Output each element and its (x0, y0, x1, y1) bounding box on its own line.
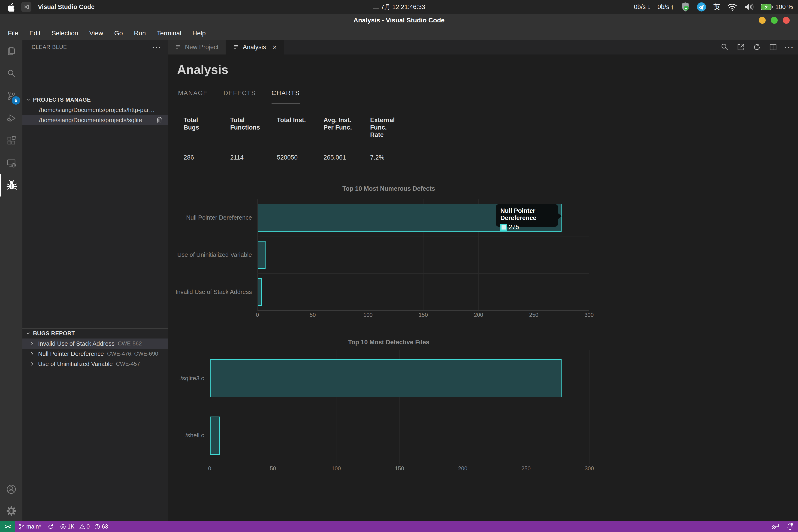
input-method-indicator[interactable]: 英 (713, 2, 720, 12)
tooltip-title: Null Pointer Dereference (500, 207, 553, 222)
gridline (210, 350, 589, 350)
run-debug-icon[interactable] (0, 107, 22, 129)
remote-explorer-icon[interactable] (0, 152, 22, 174)
bar-invalid-use-of-stack-address[interactable] (258, 278, 262, 306)
document-list-icon (233, 44, 239, 50)
sync-button[interactable] (44, 521, 57, 532)
branch-icon (18, 524, 24, 530)
x-tick-label: 100 (363, 312, 373, 318)
project-row[interactable]: /home/siang/Documents/projects/sqlite (22, 115, 168, 125)
menu-view[interactable]: View (84, 28, 109, 38)
remote-indicator[interactable]: >< (0, 521, 15, 532)
bug-cwe: CWE-457 (116, 361, 140, 367)
category-label: ./sqlite3.c (173, 375, 210, 382)
x-tick-label: 200 (458, 465, 467, 472)
editor-tab-new-project[interactable]: New Project (168, 40, 226, 55)
bar--sqlite3-c[interactable] (210, 359, 562, 397)
menu-selection[interactable]: Selection (46, 28, 83, 38)
bug-cwe: CWE-562 (118, 340, 142, 347)
chevron-right-icon (30, 362, 34, 366)
notifications-bell-icon[interactable] (786, 523, 794, 531)
search-icon[interactable] (0, 62, 22, 84)
stat-label: Avg. Inst. Per Func. (323, 117, 359, 151)
tab-charts[interactable]: CHARTS (271, 90, 300, 103)
chart-plot (210, 350, 589, 464)
menu-file[interactable]: File (2, 28, 24, 38)
settings-gear-icon[interactable] (0, 500, 22, 522)
editor-tab-analysis[interactable]: Analysis× (226, 40, 284, 55)
problems-indicator[interactable]: 1K 0 63 (57, 521, 111, 532)
scm-badge: 6 (12, 96, 20, 104)
category-label: Use of Uninitialized Variable (173, 251, 258, 259)
tooltip-swatch-icon (500, 224, 507, 231)
x-tick-label: 150 (395, 465, 404, 472)
x-tick-label: 50 (310, 312, 316, 318)
project-row[interactable]: /home/siang/Documents/projects/http-par… (22, 105, 168, 115)
section-title: PROJECTS MANAGE (33, 96, 91, 103)
open-external-icon[interactable] (736, 42, 746, 52)
wifi-icon[interactable] (727, 3, 737, 11)
stat-3: Avg. Inst. Per Func.265.061 (323, 117, 359, 161)
bar-use-of-uninitialized-variable[interactable] (258, 241, 266, 269)
refresh-icon[interactable] (752, 42, 762, 52)
feedback-icon[interactable] (771, 523, 779, 530)
tab-manage[interactable]: MANAGE (178, 90, 208, 103)
window-minimize-button[interactable] (759, 17, 766, 24)
account-icon[interactable] (0, 478, 22, 500)
stat-value: 265.061 (323, 154, 359, 161)
chevron-down-icon (26, 97, 31, 102)
trash-icon[interactable] (156, 116, 163, 124)
x-tick-label: 150 (419, 312, 428, 318)
split-editor-icon[interactable] (768, 42, 778, 52)
x-tick-label: 300 (584, 312, 594, 318)
explorer-icon[interactable] (0, 40, 22, 62)
side-panel: CLEAR BLUE ··· PROJECTS MANAGE/home/sian… (22, 40, 168, 521)
security-shield-icon[interactable] (681, 2, 690, 12)
bug-row[interactable]: Use of Uninitialized VariableCWE-457 (22, 359, 168, 369)
close-icon[interactable]: × (272, 43, 277, 52)
panel-more-actions[interactable]: ··· (152, 43, 162, 52)
bar--shell-c[interactable] (210, 417, 220, 455)
find-icon[interactable] (720, 42, 730, 52)
stat-value: 520050 (277, 154, 312, 161)
menu-edit[interactable]: Edit (24, 28, 46, 38)
x-axis-line (210, 464, 589, 464)
stat-label: Total Inst. (277, 117, 312, 151)
stat-1: Total Functions2114 (230, 117, 265, 161)
x-tick-label: 300 (585, 465, 594, 472)
bug-row[interactable]: Null Pointer DereferenceCWE-476, CWE-690 (22, 349, 168, 359)
menubar-clock[interactable]: 二 7月 12 21:46:33 (373, 3, 425, 11)
window-close-button[interactable] (783, 17, 790, 24)
net-download-indicator[interactable]: 0b/s↓ (634, 3, 650, 11)
tab-label: Analysis (243, 44, 266, 51)
vscode-app-icon[interactable] (21, 2, 32, 12)
stat-label: Total Bugs (184, 117, 218, 151)
section-header-0[interactable]: PROJECTS MANAGE (22, 95, 168, 105)
x-tick-label: 0 (208, 465, 211, 472)
volume-icon[interactable] (744, 3, 754, 11)
telegram-icon[interactable] (697, 2, 706, 12)
more-actions-icon[interactable]: ··· (784, 42, 794, 52)
menu-help[interactable]: Help (187, 28, 211, 38)
menubar-app-name[interactable]: Visual Studio Code (38, 3, 95, 11)
window-maximize-button[interactable] (771, 17, 778, 24)
stat-value: 2114 (230, 154, 265, 161)
warning-icon (79, 524, 85, 530)
battery-indicator[interactable]: 100 % (761, 3, 793, 11)
branch-indicator[interactable]: main* (15, 521, 44, 532)
menu-run[interactable]: Run (128, 28, 151, 38)
bug-report-icon[interactable] (0, 174, 22, 196)
menu-go[interactable]: Go (109, 28, 128, 38)
status-bar: >< main* 1K 0 63 (0, 521, 798, 532)
source-control-icon[interactable]: 6 (0, 84, 22, 107)
menu-terminal[interactable]: Terminal (151, 28, 187, 38)
x-tick-label: 100 (331, 465, 341, 472)
macos-menubar: Visual Studio Code 二 7月 12 21:46:33 0b/s… (0, 0, 798, 14)
net-upload-indicator[interactable]: 0b/s↑ (658, 3, 674, 11)
section-header-1[interactable]: BUGS REPORT (22, 328, 168, 339)
apple-logo-icon[interactable] (7, 2, 15, 12)
extensions-icon[interactable] (0, 129, 22, 152)
view-tabs: MANAGEDEFECTSCHARTS (178, 90, 300, 103)
tab-defects[interactable]: DEFECTS (224, 90, 256, 103)
bug-row[interactable]: Invalid Use of Stack AddressCWE-562 (22, 339, 168, 349)
